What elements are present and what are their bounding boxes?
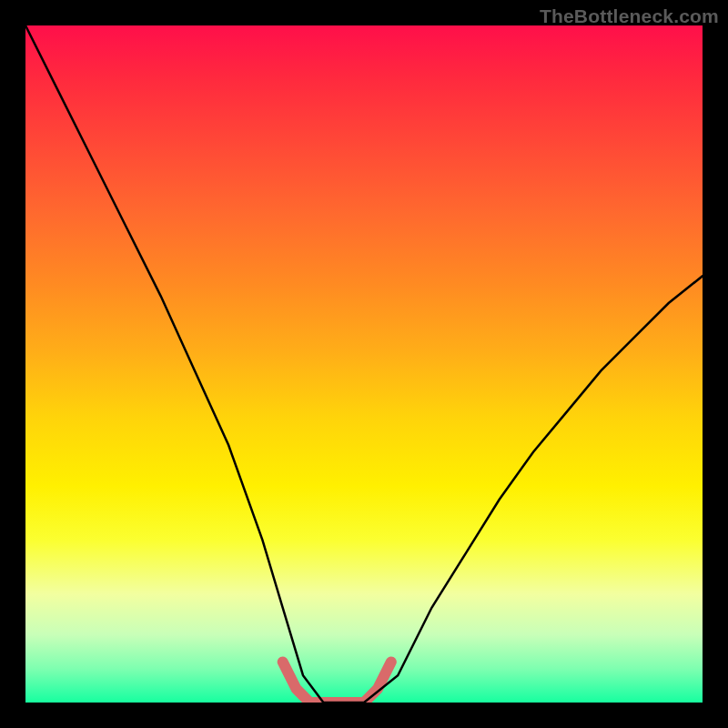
plot-area <box>25 25 703 703</box>
watermark-text: TheBottleneck.com <box>540 5 719 27</box>
bottleneck-curve-path <box>25 25 703 703</box>
chart-svg <box>25 25 703 703</box>
valley-highlight-path <box>283 662 391 703</box>
chart-frame: TheBottleneck.com <box>0 0 728 728</box>
